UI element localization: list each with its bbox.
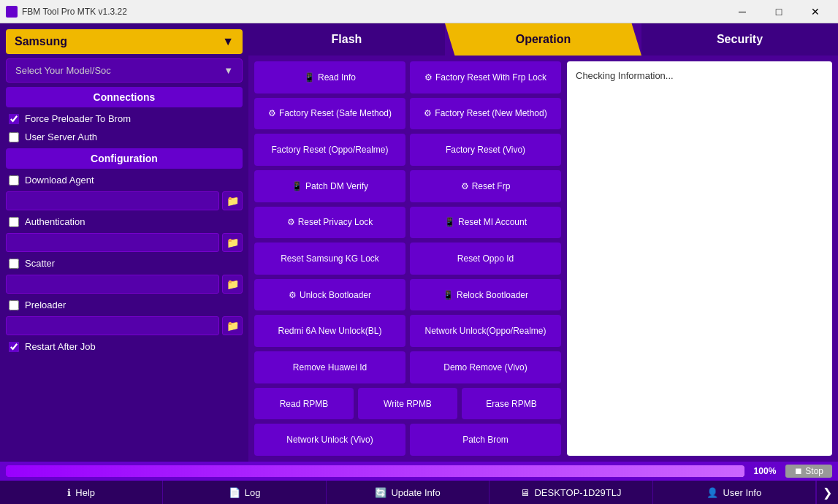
scatter-folder-btn[interactable]: 📁 bbox=[222, 275, 243, 294]
download-agent-folder-btn[interactable]: 📁 bbox=[222, 191, 243, 210]
brand-dropdown[interactable]: Samsung ▼ bbox=[6, 29, 243, 54]
progress-bar-fill bbox=[6, 465, 744, 477]
log-label: Log bbox=[245, 487, 261, 498]
factory-reset-safe-button[interactable]: ⚙ Factory Reset (Safe Method) bbox=[254, 98, 405, 130]
force-preloader-checkbox[interactable] bbox=[9, 114, 19, 124]
sidebar: Samsung ▼ Select Your Model/Soc ▼ Connec… bbox=[0, 23, 248, 462]
user-item[interactable]: 👤 User Info bbox=[653, 481, 816, 504]
tab-security[interactable]: Security bbox=[641, 23, 838, 56]
reset-privacy-lock-label: Reset Privacy Lock bbox=[298, 217, 373, 227]
app-icon bbox=[6, 6, 18, 18]
unlock-bl-icon: ⚙ bbox=[289, 290, 297, 300]
progress-bar-container bbox=[6, 465, 744, 477]
log-icon: 📄 bbox=[229, 487, 240, 498]
user-server-row: User Server Auth bbox=[6, 130, 243, 144]
authentication-folder-btn[interactable]: 📁 bbox=[222, 233, 243, 252]
tab-operation[interactable]: Operation bbox=[445, 23, 641, 56]
authentication-input[interactable] bbox=[6, 233, 219, 252]
user-server-checkbox[interactable] bbox=[9, 132, 19, 142]
window-controls: ─ □ ✕ bbox=[725, 0, 832, 23]
update-label: Update Info bbox=[391, 487, 440, 498]
tab-flash[interactable]: Flash bbox=[248, 23, 445, 56]
patch-brom-button[interactable]: Patch Brom bbox=[410, 424, 561, 456]
help-label: Help bbox=[75, 487, 95, 498]
unlock-bootloader-button[interactable]: ⚙ Unlock Bootloader bbox=[254, 279, 405, 311]
stop-button[interactable]: ⏹ Stop bbox=[785, 465, 832, 478]
demo-remove-vivo-label: Demo Remove (Vivo) bbox=[443, 362, 527, 373]
scatter-row: Scatter bbox=[6, 256, 243, 270]
download-agent-input[interactable] bbox=[6, 191, 219, 210]
model-arrow-icon: ▼ bbox=[224, 65, 233, 76]
remove-huawei-label: Remove Huawei Id bbox=[293, 362, 367, 373]
network-unlock-vivo-button[interactable]: Network Unlock (Vivo) bbox=[254, 424, 405, 456]
factory-reset-vivo-button[interactable]: Factory Reset (Vivo) bbox=[410, 134, 561, 166]
titlebar-left: FBM Tool Pro MTK v1.3.22 bbox=[6, 6, 127, 18]
help-item[interactable]: ℹ Help bbox=[0, 481, 163, 504]
connections-header: Connections bbox=[6, 87, 243, 107]
patch-dm-verify-button[interactable]: 📱 Patch DM Verify bbox=[254, 170, 405, 202]
redmi-6a-unlock-button[interactable]: Redmi 6A New Unlock(BL) bbox=[254, 315, 405, 347]
minimize-button[interactable]: ─ bbox=[725, 0, 759, 23]
log-item[interactable]: 📄 Log bbox=[163, 481, 326, 504]
factory-reset-frp-icon: ⚙ bbox=[424, 72, 433, 83]
reset-samsung-kg-label: Reset Samsung KG Lock bbox=[281, 253, 379, 264]
relock-bl-icon: 📱 bbox=[443, 290, 454, 300]
factory-reset-new-icon: ⚙ bbox=[424, 108, 432, 118]
scatter-label: Scatter bbox=[25, 258, 55, 269]
read-info-button[interactable]: 📱 Read Info bbox=[254, 61, 405, 93]
desktop-label: DESKTOP-1D29TLJ bbox=[534, 487, 621, 498]
expand-arrow[interactable]: ❯ bbox=[816, 481, 838, 504]
restart-checkbox[interactable] bbox=[9, 342, 19, 352]
reset-mi-account-button[interactable]: 📱 Reset MI Account bbox=[410, 207, 561, 239]
demo-remove-vivo-button[interactable]: Demo Remove (Vivo) bbox=[410, 351, 561, 383]
remove-huawei-button[interactable]: Remove Huawei Id bbox=[254, 351, 405, 383]
preloader-folder-btn[interactable]: 📁 bbox=[222, 316, 243, 335]
network-unlock-oppo-button[interactable]: Network Unlock(Oppo/Realme) bbox=[410, 315, 561, 347]
factory-reset-vivo-label: Factory Reset (Vivo) bbox=[446, 145, 525, 155]
model-placeholder: Select Your Model/Soc bbox=[15, 65, 111, 76]
update-item[interactable]: 🔄 Update Info bbox=[327, 481, 490, 504]
reset-oppo-id-button[interactable]: Reset Oppo Id bbox=[410, 243, 561, 275]
preloader-checkbox[interactable] bbox=[9, 300, 19, 310]
brand-label: Samsung bbox=[15, 35, 67, 48]
factory-reset-safe-label: Factory Reset (Safe Method) bbox=[279, 108, 392, 118]
maximize-button[interactable]: □ bbox=[762, 0, 796, 23]
factory-reset-frp-button[interactable]: ⚙ Factory Reset With Frp Lock bbox=[410, 61, 561, 93]
user-label: User Info bbox=[723, 487, 761, 498]
factory-reset-new-button[interactable]: ⚙ Factory Reset (New Method) bbox=[410, 98, 561, 130]
scatter-checkbox[interactable] bbox=[9, 259, 19, 269]
factory-reset-frp-label: Factory Reset With Frp Lock bbox=[435, 72, 546, 83]
write-rpmb-button[interactable]: Write RPMB bbox=[358, 388, 457, 420]
reset-frp-button[interactable]: ⚙ Reset Frp bbox=[410, 170, 561, 202]
factory-reset-oppo-button[interactable]: Factory Reset (Oppo/Realme) bbox=[254, 134, 405, 166]
factory-reset-oppo-label: Factory Reset (Oppo/Realme) bbox=[271, 145, 388, 155]
preloader-input[interactable] bbox=[6, 316, 219, 335]
erase-rpmb-button[interactable]: Erase RPMB bbox=[462, 388, 561, 420]
relock-bootloader-button[interactable]: 📱 Relock Bootloader bbox=[410, 279, 561, 311]
read-rpmb-button[interactable]: Read RPMB bbox=[254, 388, 354, 420]
titlebar: FBM Tool Pro MTK v1.3.22 ─ □ ✕ bbox=[0, 0, 838, 23]
authentication-input-row: 📁 bbox=[6, 233, 243, 252]
unlock-bootloader-label: Unlock Bootloader bbox=[300, 290, 371, 300]
desktop-item[interactable]: 🖥 DESKTOP-1D29TLJ bbox=[490, 481, 652, 504]
reset-samsung-kg-button[interactable]: Reset Samsung KG Lock bbox=[254, 243, 405, 275]
force-preloader-label: Force Preloader To Brom bbox=[25, 113, 131, 124]
patch-dm-verify-label: Patch DM Verify bbox=[305, 181, 368, 191]
reset-privacy-icon: ⚙ bbox=[287, 217, 295, 227]
restart-row: Restart After Job bbox=[6, 340, 243, 354]
read-info-icon: 📱 bbox=[304, 72, 315, 83]
info-panel: Checking Information... bbox=[567, 61, 832, 456]
authentication-checkbox[interactable] bbox=[9, 217, 19, 227]
scatter-input[interactable] bbox=[6, 275, 219, 294]
progress-text: 100% bbox=[750, 466, 780, 476]
reset-mi-account-label: Reset MI Account bbox=[458, 217, 527, 227]
download-agent-checkbox[interactable] bbox=[9, 175, 19, 186]
close-button[interactable]: ✕ bbox=[799, 0, 832, 23]
scatter-input-row: 📁 bbox=[6, 275, 243, 294]
reset-privacy-lock-button[interactable]: ⚙ Reset Privacy Lock bbox=[254, 207, 405, 239]
progress-area: 100% ⏹ Stop bbox=[0, 462, 838, 481]
model-dropdown[interactable]: Select Your Model/Soc ▼ bbox=[6, 58, 243, 83]
reset-frp-label: Reset Frp bbox=[472, 181, 511, 191]
reset-frp-icon: ⚙ bbox=[461, 181, 469, 191]
operation-panel: 📱 Read Info ⚙ Factory Reset With Frp Loc… bbox=[248, 56, 838, 462]
